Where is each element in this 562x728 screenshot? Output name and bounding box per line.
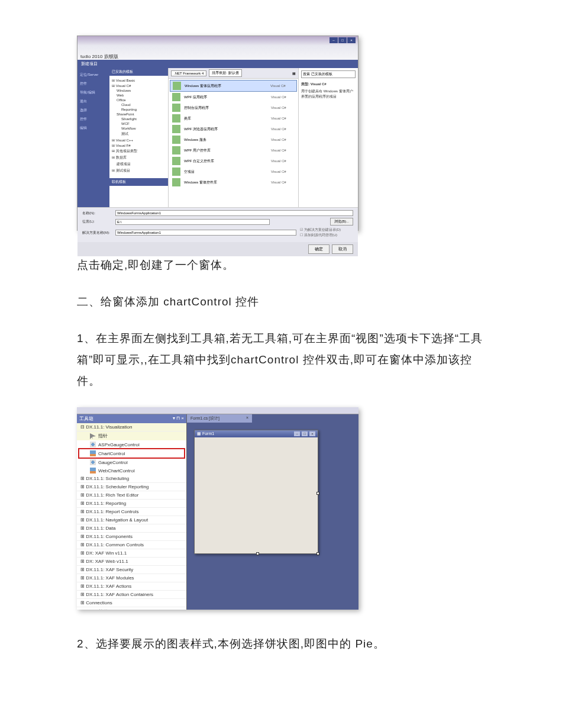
toolbox-category[interactable]: ⊞ DX.11.1: XAF Modules xyxy=(77,574,186,582)
tree-item[interactable]: SharePoint xyxy=(112,112,166,117)
left-nav-item[interactable]: 编辑 xyxy=(79,124,108,133)
template-item[interactable]: 控制台应用程序Visual C# xyxy=(170,102,297,113)
tree-item[interactable]: ⊞ 其他项目类型 xyxy=(112,148,166,154)
minimize-icon[interactable]: – xyxy=(330,37,338,43)
left-nav-item[interactable]: 导航/编辑 xyxy=(79,88,108,97)
designer-tab[interactable]: Form1.cs [设计]× xyxy=(187,414,252,423)
toolbox-item[interactable]: GaugeControl xyxy=(77,458,186,466)
tree-item[interactable]: ⊞ Visual F# xyxy=(112,143,166,148)
browse-button[interactable]: 浏览(B)... xyxy=(330,218,353,226)
toolbox-category[interactable]: ⊞ DX: XAF Win v11.1 xyxy=(77,549,186,558)
left-nav-item[interactable]: 控件 xyxy=(79,115,108,124)
template-item[interactable]: Windows 窗体应用程序Visual C# xyxy=(170,80,297,92)
toolbox-category[interactable]: ⊞ DX.11.1: Scheduling xyxy=(77,475,186,483)
designer-canvas[interactable]: ▦ Form1 – □ × xyxy=(187,423,358,610)
form-body[interactable] xyxy=(195,437,318,552)
tab-close-icon[interactable]: × xyxy=(246,415,248,420)
location-field[interactable]: E:\ xyxy=(115,219,270,225)
left-nav-item[interactable]: 退出 xyxy=(79,97,108,106)
resize-handle-icon[interactable] xyxy=(256,552,259,555)
template-name: Windows 服务 xyxy=(184,137,267,143)
name-label: 名称(N): xyxy=(82,211,112,216)
ok-button[interactable]: 确定 xyxy=(308,244,330,254)
form-window[interactable]: ▦ Form1 – □ × xyxy=(194,430,318,554)
template-item[interactable]: WPF 应用程序Visual C# xyxy=(170,92,297,102)
form-minimize-icon: – xyxy=(294,431,300,436)
toolbox-category[interactable]: ⊞ Excel 控件 xyxy=(77,607,186,610)
template-toolbar: .NET Framework 4 排序依据: 默认值 ▦ xyxy=(169,68,298,79)
tree-item[interactable]: ⊞ Visual C++ xyxy=(112,137,166,143)
toolbox-category[interactable]: ⊞ DX.11.1: XAF Actions xyxy=(77,582,186,591)
resize-handle-icon[interactable] xyxy=(316,492,319,495)
online-templates[interactable]: 联机模板 xyxy=(109,178,168,186)
framework-combo[interactable]: .NET Framework 4 xyxy=(171,70,206,76)
toolbox-category[interactable]: ⊞ DX.11.1: XAF Security xyxy=(77,566,186,574)
left-nav-item[interactable]: 选择 xyxy=(79,106,108,115)
template-list[interactable]: Windows 窗体应用程序Visual C#WPF 应用程序Visual C#… xyxy=(169,79,298,189)
toolbox-category[interactable]: ⊞ DX.11.1: Report Controls xyxy=(77,508,186,516)
sort-combo[interactable]: 排序依据: 默认值 xyxy=(209,69,241,77)
tree-item[interactable]: ⊞ Visual Basic xyxy=(112,78,166,83)
paragraph-2: 1、在主界面左侧找到工具箱,若无工具箱,可在主界面“视图”选项卡下选择“工具箱”… xyxy=(77,328,485,392)
chart-icon xyxy=(90,450,96,456)
toolbox-category[interactable]: ⊞ DX: XAF Web v11.1 xyxy=(77,558,186,566)
toolbox-item[interactable]: WebChartControl xyxy=(77,466,186,475)
template-item[interactable]: 空项目Visual C# xyxy=(170,166,297,177)
toolbox-category[interactable]: ⊞ Connections xyxy=(77,599,186,607)
toolbox-category[interactable]: ⊞ DX.11.1: Components xyxy=(77,533,186,541)
close-icon[interactable]: × xyxy=(347,37,356,43)
toolbox-category[interactable]: ⊞ DX.11.1: XAF Action Containers xyxy=(77,591,186,599)
heading-2: 二、给窗体添加 chartControl 控件 xyxy=(77,291,485,313)
toolbox-item[interactable]: ASPxGaugeControl xyxy=(77,440,186,449)
tree-item[interactable]: ⊞ 测试项目 xyxy=(112,167,166,174)
search-input[interactable]: 搜索 已安装的模板 xyxy=(301,70,356,78)
toolbox-pin-icon[interactable]: ▾ ⊓ × xyxy=(173,415,184,422)
toolbox-item[interactable]: 指针 xyxy=(77,431,186,440)
template-icon xyxy=(172,136,180,144)
gauge-icon xyxy=(90,442,96,447)
tree-item[interactable]: Web xyxy=(112,93,166,98)
tree-item[interactable]: ⊞ 数据库 xyxy=(112,154,166,161)
template-item[interactable]: Windows 窗体控件库Visual C# xyxy=(170,177,297,188)
tree-item[interactable]: Office xyxy=(112,98,166,102)
template-lang: Visual C# xyxy=(271,149,295,152)
toolbox-category[interactable]: ⊞ DX.11.1: Scheduler Reporting xyxy=(77,483,186,491)
template-item[interactable]: WPF 浏览器应用程序Visual C# xyxy=(170,124,297,134)
source-control-checkbox[interactable]: ☐ 添加到源代码管理(U) xyxy=(300,233,353,238)
left-nav-item[interactable]: 控件 xyxy=(79,79,108,88)
create-dir-checkbox[interactable]: ☑ 为解决方案创建目录(D) xyxy=(300,227,353,233)
template-item[interactable]: Windows 服务Visual C# xyxy=(170,134,297,145)
view-icon[interactable]: ▦ xyxy=(292,71,296,75)
tree-item[interactable]: Workflow xyxy=(112,126,166,131)
template-tree[interactable]: ⊞ Visual Basic⊞ Visual C#WindowsWebOffic… xyxy=(109,76,168,176)
toolbox-category[interactable]: ⊞ DX.11.1: Reporting xyxy=(77,500,186,508)
tree-item[interactable]: Cloud xyxy=(112,102,166,107)
tree-item[interactable]: Silverlight xyxy=(112,117,166,121)
name-field[interactable]: WindowsFormsApplication1 xyxy=(115,210,353,216)
template-icon xyxy=(172,157,180,165)
template-item[interactable]: WPF 用户控件库Visual C# xyxy=(170,145,297,156)
template-item[interactable]: WPF 自定义控件库Visual C# xyxy=(170,156,297,166)
toolbox-category[interactable]: ⊞ DX.11.1: Navigation & Layout xyxy=(77,516,186,524)
resize-handle-icon[interactable] xyxy=(316,552,319,555)
toolbox-category[interactable]: ⊟ DX.11.1: Visualization xyxy=(77,423,186,431)
maximize-icon[interactable]: □ xyxy=(338,37,347,43)
ptr-icon xyxy=(90,433,96,439)
toolbox-category[interactable]: ⊞ DX.11.1: Common Controls xyxy=(77,541,186,549)
tree-item[interactable]: WCF xyxy=(112,121,166,126)
toolbox-category[interactable]: ⊞ DX.11.1: Data xyxy=(77,524,186,533)
solution-field[interactable]: WindowsFormsApplication1 xyxy=(115,230,296,236)
tree-item[interactable]: 建模项目 xyxy=(112,161,166,167)
tree-item[interactable]: Reporting xyxy=(112,107,166,112)
tree-item[interactable]: Windows xyxy=(112,88,166,93)
template-lang: Visual C# xyxy=(271,170,295,173)
template-item[interactable]: 类库Visual C# xyxy=(170,113,297,124)
toolbox-list[interactable]: ⊟ DX.11.1: Visualization指针ASPxGaugeContr… xyxy=(77,423,186,610)
left-nav-item[interactable]: 定位/Server xyxy=(79,70,108,79)
toolbox-item[interactable]: ChartControl xyxy=(79,449,184,458)
tree-item[interactable]: ⊞ Visual C# xyxy=(112,83,166,88)
tree-item[interactable]: 测试 xyxy=(112,131,166,137)
cancel-button[interactable]: 取消 xyxy=(332,244,353,254)
template-icon xyxy=(172,114,180,123)
toolbox-category[interactable]: ⊞ DX.11.1: Rich Text Editor xyxy=(77,491,186,500)
